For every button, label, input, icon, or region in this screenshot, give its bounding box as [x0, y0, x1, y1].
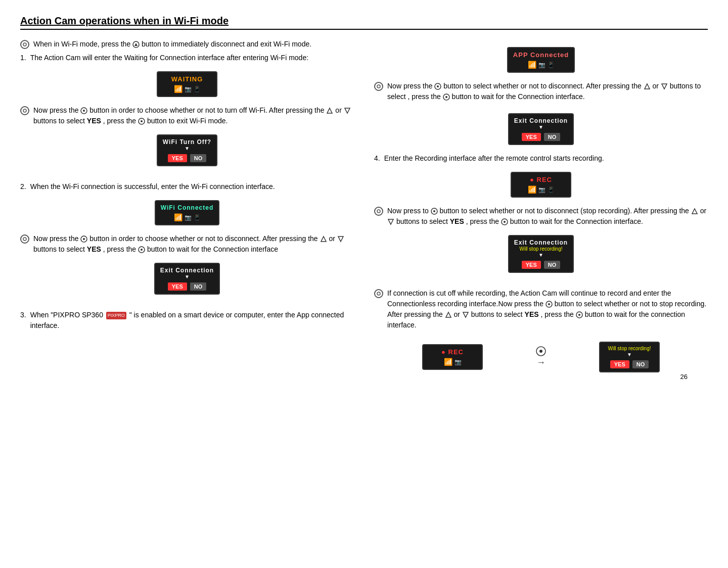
- wifi-connected-screen: WiFi Connected 📶 📷 📱: [155, 200, 220, 225]
- app-connected-icons: 📶 📷 📱: [528, 61, 555, 69]
- camera-icon-app: 📷: [538, 62, 545, 68]
- svg-marker-14: [338, 236, 343, 242]
- waiting-screen: WAITING 📶 📷 📱: [157, 71, 217, 97]
- right-arrow: →: [536, 357, 545, 368]
- wifi-connected-label: WiFi Connected: [161, 204, 214, 211]
- item1-number: 1.: [20, 53, 26, 63]
- svg-marker-21: [662, 84, 667, 89]
- disconnect-bullet: Now press the button in order to choose …: [20, 233, 354, 255]
- arrow-down-4: ▼: [538, 252, 543, 258]
- yes-no-3: YES NO: [522, 133, 561, 141]
- wifi-turnoff-screen-wrapper: WiFi Turn Off? ▼ YES NO: [20, 130, 354, 170]
- svg-marker-35: [463, 312, 468, 317]
- last-rec-screen: ● REC 📶 📷: [422, 344, 483, 370]
- bullet-icon-app: [374, 82, 383, 91]
- bullet-icon-2: [20, 234, 29, 244]
- exit-stop-label: Exit Connection: [514, 239, 568, 246]
- rec-bullet-text: Now press to button to select whether or…: [387, 206, 708, 227]
- svg-marker-27: [692, 209, 697, 214]
- no-btn-2: NO: [190, 282, 207, 291]
- bullet-icon-1: [20, 106, 29, 115]
- svg-point-17: [377, 85, 380, 88]
- last-rec-icons: 📶 📷: [444, 358, 462, 366]
- svg-point-9: [141, 120, 143, 122]
- app-connected-screen-wrapper: APP Connected 📶 📷 📱: [374, 43, 708, 77]
- item2-number: 2.: [20, 181, 26, 192]
- svg-point-39: [539, 350, 542, 353]
- yes-no-1: YES NO: [168, 154, 207, 162]
- svg-marker-7: [345, 108, 350, 113]
- circle-dot-icon: [536, 346, 546, 356]
- last-bullet: If connection is cut off while recording…: [374, 288, 708, 330]
- no-btn-4: NO: [544, 261, 561, 269]
- svg-point-10: [23, 238, 26, 241]
- no-btn-1: NO: [190, 154, 207, 162]
- bullet-icon-intro: [20, 40, 29, 49]
- exit-conn-screen-right: Exit Connection ▼ YES NO: [508, 113, 574, 145]
- yes-btn-5: YES: [610, 360, 629, 368]
- svg-point-0: [23, 43, 26, 46]
- exit-conn-screen-wrapper-right: Exit Connection ▼ YES NO: [374, 109, 708, 149]
- last-stop-screen: Will stop recording! ▼ YES NO: [599, 342, 660, 372]
- page-number: 26: [680, 373, 688, 381]
- exit-stop-screen: Exit Connection Will stop recording! ▼ Y…: [508, 235, 574, 273]
- arrow-down-1: ▼: [185, 146, 190, 151]
- waiting-label: WAITING: [171, 75, 203, 83]
- svg-point-23: [445, 96, 447, 98]
- wifi-turnoff-label: WiFi Turn Off?: [163, 138, 211, 146]
- app-bullet-text: Now press the button to select whether o…: [387, 81, 708, 102]
- yes-btn-2: YES: [168, 282, 187, 291]
- phone-icon-rec: 📱: [548, 186, 555, 193]
- svg-marker-2: [134, 43, 138, 46]
- yes-no-4: YES NO: [522, 261, 561, 269]
- page-title: Action Cam operations when in Wi-Fi mode: [20, 15, 708, 30]
- exit-conn-screen-wrapper-left: Exit Connection ▼ YES NO: [20, 259, 354, 299]
- last-stop-label: Will stop recording!: [608, 346, 651, 352]
- item3-number: 3.: [20, 310, 26, 320]
- item1-text: The Action Cam will enter the Waiting fo…: [30, 53, 308, 63]
- arrow-down-5: ▼: [627, 352, 632, 357]
- wifi-icon: 📶: [174, 85, 183, 93]
- wifi-icon-rec: 📶: [528, 185, 536, 194]
- svg-point-19: [437, 85, 439, 87]
- arrow-container: →: [536, 346, 546, 368]
- wifi-connected-screen-wrapper: WiFi Connected 📶 📷 📱: [20, 196, 354, 229]
- item-2: 2. When the Wi-Fi connection is successf…: [20, 181, 354, 303]
- yes-btn-1: YES: [168, 154, 187, 162]
- arrow-down-2: ▼: [185, 274, 190, 279]
- svg-marker-34: [446, 312, 451, 317]
- svg-marker-6: [327, 108, 332, 113]
- app-connected-screen: APP Connected 📶 📷 📱: [507, 47, 575, 73]
- item2-text: When the Wi-Fi connection is successful,…: [30, 181, 275, 192]
- will-stop-label: Will stop recording!: [519, 246, 562, 252]
- rec-screen-wrapper: ● REC 📶 📷 📱: [374, 168, 708, 202]
- exit-conn-screen-left: Exit Connection ▼ YES NO: [154, 263, 220, 295]
- camera-icon-rec: 📷: [538, 186, 545, 193]
- svg-point-12: [83, 238, 85, 240]
- app-connected-label: APP Connected: [513, 51, 569, 59]
- item-3: 3. When "PIXPRO SP360 PIXPRO " is enable…: [20, 310, 354, 334]
- wifi-icon-last: 📶: [444, 358, 452, 366]
- waiting-screen-wrapper: WAITING 📶 📷 📱: [20, 67, 354, 101]
- intro-text: When in Wi-Fi mode, press the button to …: [33, 39, 311, 50]
- rec-bullet: Now press to button to select whether or…: [374, 206, 708, 227]
- item-1: 1. The Action Cam will enter the Waiting…: [20, 53, 354, 174]
- svg-point-16: [141, 249, 143, 251]
- no-btn-5: NO: [632, 360, 649, 368]
- exit-conn-label-right: Exit Connection: [514, 117, 568, 124]
- phone-icon: 📱: [194, 86, 201, 92]
- wifi-icon-2: 📶: [174, 213, 183, 221]
- app-bullet: Now press the button to select whether o…: [374, 81, 708, 102]
- wifi-connected-icons: 📶 📷 📱: [174, 213, 201, 221]
- wifi-icon-app: 📶: [528, 61, 536, 69]
- rec-icons: 📶 📷 📱: [528, 185, 555, 194]
- svg-point-3: [23, 109, 26, 112]
- wifi-turnoff-bullet: Now press the button in order to choose …: [20, 105, 354, 126]
- svg-point-31: [377, 292, 380, 295]
- camera-icon-2: 📷: [185, 214, 192, 221]
- phone-icon-2: 📱: [194, 214, 201, 221]
- wifi-turnoff-screen: WiFi Turn Off? ▼ YES NO: [157, 134, 217, 166]
- svg-marker-13: [321, 236, 326, 242]
- exit-conn-label-left: Exit Connection: [160, 267, 214, 274]
- camera-icon-last: 📷: [454, 359, 462, 365]
